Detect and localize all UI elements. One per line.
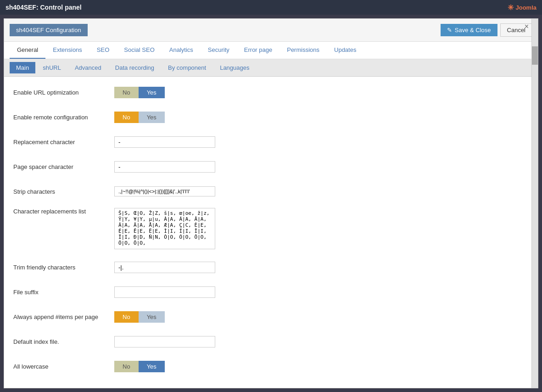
toggle-no-remote-config[interactable]: No	[114, 112, 139, 123]
window-title: sh404SEF: Control panel	[6, 4, 82, 11]
field-file-suffix: File suffix	[13, 284, 522, 300]
textarea-character-replacements-wrapper: Š|S, Œ|O, Ž|Z, š|s, œ|oe, ž|z, Ÿ|Y, ¥|Y,…	[114, 208, 522, 251]
tab2-languages[interactable]: Languages	[213, 62, 256, 73]
label-strip-characters: Strip characters	[13, 188, 114, 195]
tab-extensions[interactable]: Extensions	[45, 42, 89, 59]
header-buttons: ✎ Save & Close Cancel	[441, 23, 532, 37]
input-strip-characters[interactable]	[114, 186, 215, 196]
toggle-all-lowercase: No Yes	[114, 361, 522, 372]
save-close-label: Save & Close	[455, 27, 491, 34]
tab-seo[interactable]: SEO	[89, 42, 117, 59]
tab-updates[interactable]: Updates	[327, 42, 363, 59]
toggle-no-url-optimization[interactable]: No	[114, 87, 139, 98]
input-trim-friendly-wrapper	[114, 262, 522, 273]
field-replacement-character: Replacement character	[13, 134, 522, 150]
field-strip-characters: Strip characters	[13, 183, 522, 200]
label-enable-remote-config: Enable remote configuration	[13, 114, 114, 121]
tab-security[interactable]: Security	[201, 42, 237, 59]
toggle-yes-append-items[interactable]: Yes	[139, 311, 165, 323]
app-window: sh404SEF: Control panel ✳ Joomla × sh404…	[0, 0, 542, 392]
input-trim-friendly-characters[interactable]	[114, 262, 215, 273]
scrollbar-thumb[interactable]	[532, 46, 538, 65]
save-close-button[interactable]: ✎ Save & Close	[441, 24, 497, 36]
input-page-spacer-character[interactable]	[114, 161, 215, 173]
save-icon: ✎	[447, 27, 452, 34]
field-page-spacer-character: Page spacer character	[13, 158, 522, 175]
tab2-data-recording[interactable]: Data recording	[109, 62, 161, 73]
joomla-logo: ✳ Joomla	[508, 3, 536, 12]
toggle-always-append-items: No Yes	[114, 311, 522, 323]
toggle-enable-url-optimization: No Yes	[114, 87, 522, 98]
dialog-close-button[interactable]: ×	[525, 22, 529, 31]
joomla-star-icon: ✳	[508, 3, 514, 12]
input-replacement-character-wrapper	[114, 136, 522, 148]
joomla-label: Joomla	[515, 4, 536, 11]
tab-error-page[interactable]: Error page	[237, 42, 279, 59]
field-trim-friendly-characters: Trim friendly characters	[13, 259, 522, 275]
tab-analytics[interactable]: Analytics	[162, 42, 201, 59]
label-replacement-character: Replacement character	[13, 139, 114, 146]
label-always-append-items: Always append #items per page	[13, 314, 114, 320]
tabs-row1: General Extensions SEO Social SEO Analyt…	[4, 42, 531, 59]
tab-general[interactable]: General	[10, 42, 45, 59]
tab-permissions[interactable]: Permissions	[279, 42, 327, 59]
input-file-suffix-wrapper	[114, 286, 522, 298]
tab2-advanced[interactable]: Advanced	[68, 62, 108, 73]
config-title-button[interactable]: sh404SEF Configuration	[10, 24, 88, 36]
field-default-index-file: Default index file.	[13, 333, 522, 350]
input-default-index-wrapper	[114, 336, 522, 347]
label-character-replacements: Character replacements list	[13, 208, 114, 215]
tab2-main[interactable]: Main	[10, 62, 35, 73]
input-replacement-character[interactable]	[114, 136, 215, 148]
field-character-replacements: Character replacements list Š|S, Œ|O, Ž|…	[13, 208, 522, 251]
scrollbar[interactable]	[531, 19, 538, 388]
tab2-shurl[interactable]: shURL	[36, 62, 67, 73]
label-file-suffix: File suffix	[13, 289, 114, 296]
input-file-suffix[interactable]	[114, 286, 215, 298]
input-page-spacer-wrapper	[114, 161, 522, 173]
title-bar: sh404SEF: Control panel ✳ Joomla	[0, 0, 542, 15]
toggle-no-append-items[interactable]: No	[114, 311, 139, 323]
dialog-container: × sh404SEF Configuration ✎ Save & Close …	[4, 18, 538, 388]
main-content: General Extensions SEO Social SEO Analyt…	[4, 42, 538, 388]
input-strip-characters-wrapper	[114, 186, 522, 196]
textarea-character-replacements[interactable]: Š|S, Œ|O, Ž|Z, š|s, œ|oe, ž|z, Ÿ|Y, ¥|Y,…	[114, 208, 215, 249]
tab2-by-component[interactable]: By component	[162, 62, 212, 73]
field-always-append-items: Always append #items per page No Yes	[13, 308, 522, 325]
toggle-enable-remote-config: No Yes	[114, 112, 522, 123]
toggle-yes-remote-config[interactable]: Yes	[139, 112, 165, 123]
label-page-spacer-character: Page spacer character	[13, 163, 114, 170]
field-all-lowercase: All lowercase No Yes	[13, 358, 522, 375]
toggle-yes-lowercase[interactable]: Yes	[139, 361, 165, 372]
tabs-row2: Main shURL Advanced Data recording By co…	[4, 59, 531, 77]
toggle-yes-url-optimization[interactable]: Yes	[139, 87, 165, 98]
toggle-no-lowercase[interactable]: No	[114, 361, 139, 372]
label-default-index-file: Default index file.	[13, 338, 114, 345]
field-enable-remote-config: Enable remote configuration No Yes	[13, 109, 522, 125]
label-all-lowercase: All lowercase	[13, 363, 114, 370]
label-enable-url-optimization: Enable URL optimization	[13, 89, 114, 96]
tab-social-seo[interactable]: Social SEO	[117, 42, 162, 59]
dialog-header: sh404SEF Configuration ✎ Save & Close Ca…	[4, 19, 538, 42]
field-enable-url-optimization: Enable URL optimization No Yes	[13, 84, 522, 101]
label-trim-friendly-characters: Trim friendly characters	[13, 264, 114, 271]
input-default-index-file[interactable]	[114, 336, 215, 347]
form-area: Enable URL optimization No Yes Enable re…	[4, 77, 531, 388]
